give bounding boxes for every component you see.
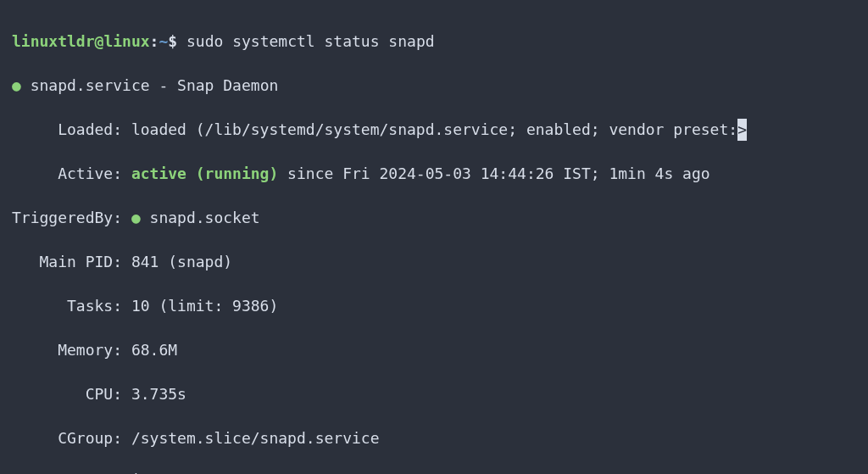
active-label: Active: <box>12 165 131 182</box>
active-state: active (running) <box>131 165 278 182</box>
tasks-label: Tasks: <box>12 297 131 315</box>
command-text: sudo systemctl status snapd <box>186 32 435 50</box>
cgroup-label: CGroup: <box>12 429 131 447</box>
triggeredby-value: snapd.socket <box>141 209 260 226</box>
prompt-user: linuxtldr <box>12 32 95 50</box>
loaded-value: loaded (/lib/systemd/system/snapd.servic… <box>131 120 737 138</box>
loaded-label: Loaded: <box>12 120 131 138</box>
mainpid-value: 841 (snapd) <box>131 253 232 270</box>
tasks-line: Tasks: 10 (limit: 9386) <box>12 295 856 317</box>
cgroup-line: CGroup: /system.slice/snapd.service <box>12 427 856 449</box>
status-dot-icon: ● <box>12 76 21 94</box>
prompt-dollar: $ <box>168 32 177 50</box>
prompt-at: @ <box>95 32 104 50</box>
prompt-line: linuxtldr@linux:~$ sudo systemctl status… <box>12 31 856 53</box>
header-dash: - <box>150 76 178 94</box>
triggeredby-line: TriggeredBy: ● snapd.socket <box>12 207 856 229</box>
service-header: ● snapd.service - Snap Daemon <box>12 75 856 97</box>
service-description: Snap Daemon <box>177 76 278 94</box>
cpu-line: CPU: 3.735s <box>12 383 856 405</box>
cgroup-value: /system.slice/snapd.service <box>131 429 380 447</box>
triggeredby-dot-icon: ● <box>131 209 141 226</box>
prompt-tilde: ~ <box>159 32 168 50</box>
cpu-label: CPU: <box>12 385 131 403</box>
mainpid-label: Main PID: <box>12 253 131 270</box>
tasks-value: 10 (limit: 9386) <box>131 297 278 315</box>
prompt-host: linux <box>103 32 149 50</box>
terminal-output[interactable]: linuxtldr@linux:~$ sudo systemctl status… <box>0 0 868 474</box>
active-line: Active: active (running) since Fri 2024-… <box>12 163 856 185</box>
loaded-line: Loaded: loaded (/lib/systemd/system/snap… <box>12 119 856 141</box>
active-rest: since Fri 2024-05-03 14:44:26 IST; 1min … <box>278 165 709 182</box>
service-name: snapd.service <box>31 76 150 94</box>
memory-label: Memory: <box>12 341 131 359</box>
memory-line: Memory: 68.6M <box>12 339 856 361</box>
prompt-colon: : <box>150 32 159 50</box>
cpu-value: 3.735s <box>131 385 186 403</box>
mainpid-line: Main PID: 841 (snapd) <box>12 251 856 273</box>
triggeredby-label: TriggeredBy: <box>12 209 131 226</box>
memory-value: 68.6M <box>131 341 177 359</box>
overflow-marker-icon: > <box>737 119 747 141</box>
